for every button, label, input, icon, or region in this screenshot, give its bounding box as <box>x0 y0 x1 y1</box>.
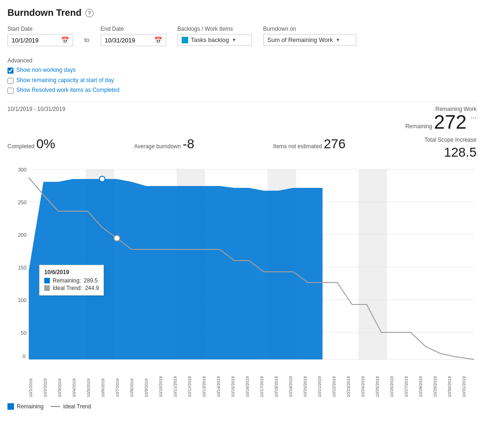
date-range-label: 10/1/2019 - 10/31/2019 <box>7 106 65 112</box>
x-axis-label: 10/25/2019 <box>375 367 380 397</box>
burndown-chart: 300 250 200 150 100 50 0 <box>7 165 477 365</box>
remaining-sub: Remaining <box>405 124 432 129</box>
backlog-dropdown[interactable]: Tasks backlog ▼ <box>177 34 252 46</box>
x-axis-label: 10/11/2019 <box>173 367 177 397</box>
checkbox2-label[interactable]: Show remaining capacity at start of day <box>16 77 114 84</box>
svg-text:150: 150 <box>18 265 27 270</box>
svg-text:300: 300 <box>18 167 27 172</box>
x-axis-label: 10/7/2019 <box>115 367 120 397</box>
x-axis-label: 10/12/2019 <box>187 367 192 397</box>
svg-text:0: 0 <box>23 353 26 359</box>
x-axis-label: 10/17/2019 <box>259 367 264 397</box>
backlog-chevron-icon: ▼ <box>232 37 237 42</box>
avg-burndown-value: -8 <box>183 137 194 152</box>
start-date-input[interactable] <box>12 37 58 44</box>
legend-color-remaining <box>7 403 14 410</box>
legend-color-ideal <box>51 406 60 407</box>
legend-ideal-label: Ideal Trend <box>63 403 91 410</box>
x-axis-label: 10/27/2019 <box>404 367 409 397</box>
svg-text:50: 50 <box>20 330 26 336</box>
ellipsis-button[interactable]: ... <box>470 112 477 120</box>
x-axis-label: 10/19/2019 <box>288 367 293 397</box>
svg-text:200: 200 <box>18 232 27 238</box>
start-date-input-wrap[interactable]: 📅 <box>7 34 73 46</box>
x-axis-label: 10/28/2019 <box>418 367 423 397</box>
checkbox-remaining-capacity[interactable] <box>7 78 14 84</box>
items-not-estimated-value: 276 <box>324 137 346 152</box>
x-axis-label: 10/5/2019 <box>86 367 91 397</box>
remaining-work-value: Remaining 272 ... <box>405 112 477 132</box>
burndown-dropdown[interactable]: Sum of Remaining Work ▼ <box>263 34 356 46</box>
x-axis-label: 10/18/2019 <box>274 367 279 397</box>
legend-row: Remaining Ideal Trend <box>7 401 477 410</box>
end-date-input[interactable] <box>105 37 151 44</box>
x-axis-label: 10/2/2019 <box>43 367 48 397</box>
burndown-label: Burndown on <box>263 26 356 32</box>
x-axis-label: 10/26/2019 <box>389 367 394 397</box>
x-axis-label: 10/24/2019 <box>361 367 365 397</box>
end-date-group: End Date 📅 <box>101 26 166 46</box>
backlog-group: Backlogs / Work Items Tasks backlog ▼ <box>177 26 252 46</box>
total-scope-label: Total Scope Increase <box>424 137 477 143</box>
x-axis-label: 10/21/2019 <box>317 367 322 397</box>
checkbox1-label[interactable]: Show non-working days <box>16 67 75 74</box>
x-axis-label: 10/22/2019 <box>332 367 336 397</box>
checkbox3-label[interactable]: Show Resolved work items as Completed <box>16 87 119 94</box>
data-point-ideal <box>114 235 120 241</box>
x-axis-label: 10/16/2019 <box>245 367 250 397</box>
x-axis-labels: 10/1/201910/2/201910/3/201910/4/201910/5… <box>28 367 466 397</box>
calendar-icon-end[interactable]: 📅 <box>154 36 162 44</box>
x-axis-label: 10/31/2019 <box>462 367 466 397</box>
x-axis-label: 10/3/2019 <box>57 367 62 397</box>
avg-burndown-label: Average burndown <box>134 143 181 150</box>
help-icon[interactable]: ? <box>85 9 94 17</box>
remaining-work-box: Remaining Work Remaining 272 ... <box>405 106 477 132</box>
x-axis-label: 10/29/2019 <box>433 367 437 397</box>
legend-remaining: Remaining <box>7 403 43 410</box>
avg-burndown-stat: Average burndown -8 <box>134 137 194 160</box>
page-title-row: Burndown Trend ? <box>7 7 477 18</box>
end-date-input-wrap[interactable]: 📅 <box>101 34 166 46</box>
backlog-color-icon <box>182 37 188 43</box>
calendar-icon-start[interactable]: 📅 <box>61 36 69 44</box>
data-point-remaining <box>99 176 105 182</box>
checkbox-row-1: Show non-working days <box>7 67 119 74</box>
legend-remaining-label: Remaining <box>17 403 43 410</box>
end-date-label: End Date <box>101 26 166 32</box>
x-axis-label: 10/15/2019 <box>231 367 235 397</box>
svg-rect-17 <box>359 169 387 359</box>
items-not-estimated-stat: Items not estimated 276 <box>273 137 345 160</box>
legend-ideal: Ideal Trend <box>51 403 91 410</box>
total-scope-stat: Total Scope Increase 128.5 <box>424 137 477 160</box>
checkbox-non-working[interactable] <box>7 68 14 74</box>
x-axis-label: 10/8/2019 <box>130 367 134 397</box>
start-date-group: Start Date 📅 <box>7 26 73 46</box>
total-scope-value: 128.5 <box>444 145 477 160</box>
x-axis-label: 10/13/2019 <box>202 367 206 397</box>
svg-text:100: 100 <box>18 297 27 303</box>
checkbox-resolved[interactable] <box>7 88 14 94</box>
backlog-value: Tasks backlog <box>191 36 229 43</box>
x-axis: 10/1/201910/2/201910/3/201910/4/201910/5… <box>28 367 477 400</box>
chart-area: 300 250 200 150 100 50 0 <box>7 165 477 365</box>
burndown-group: Burndown on Sum of Remaining Work ▼ <box>263 26 356 46</box>
x-axis-label: 10/4/2019 <box>72 367 76 397</box>
x-axis-label: 10/10/2019 <box>158 367 163 397</box>
page-title: Burndown Trend <box>7 7 82 18</box>
x-axis-label: 10/6/2019 <box>101 367 105 397</box>
items-not-estimated-label: Items not estimated <box>273 143 322 150</box>
x-axis-label: 10/1/2019 <box>28 367 33 397</box>
to-label: to <box>84 36 89 46</box>
checkbox-row-3: Show Resolved work items as Completed <box>7 87 119 94</box>
burndown-value: Sum of Remaining Work <box>267 36 333 43</box>
stats-row: Completed 0% Average burndown -8 Items n… <box>7 134 477 165</box>
advanced-label: Advanced <box>7 57 119 64</box>
svg-text:250: 250 <box>18 200 27 205</box>
chart-header: 10/1/2019 - 10/31/2019 Remaining Work Re… <box>7 102 477 134</box>
completed-value: 0% <box>36 137 55 152</box>
remaining-number: 272 <box>434 112 467 132</box>
checkbox-row-2: Show remaining capacity at start of day <box>7 77 119 84</box>
advanced-group: Advanced Show non-working days Show rema… <box>7 57 119 94</box>
backlog-label: Backlogs / Work Items <box>177 26 252 32</box>
x-axis-label: 10/23/2019 <box>346 367 351 397</box>
